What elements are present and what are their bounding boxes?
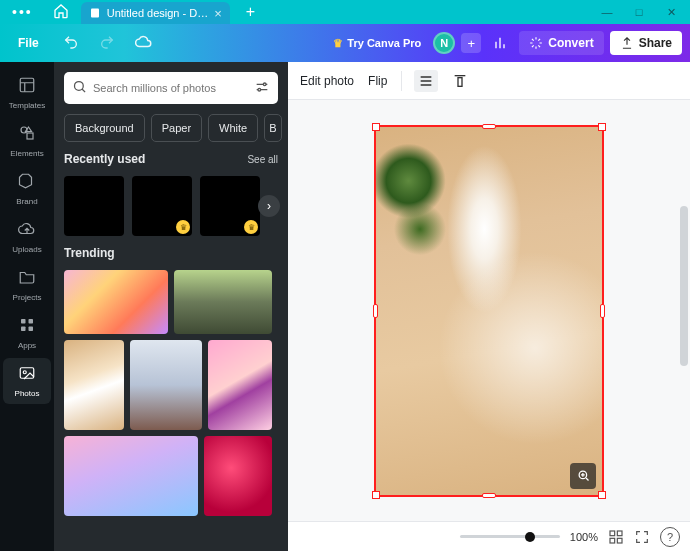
trending-thumb[interactable] [174,270,272,334]
scrollbar-thumb[interactable] [680,206,688,366]
resize-handle[interactable] [598,491,606,499]
redo-button[interactable] [93,28,121,59]
premium-badge-icon: ♛ [176,220,190,234]
trending-thumb[interactable] [208,340,272,430]
rail-apps[interactable]: Apps [3,310,51,356]
resize-handle[interactable] [600,304,605,318]
zoom-slider[interactable] [460,535,560,538]
trending-heading: Trending [64,246,115,260]
svg-rect-3 [27,133,33,139]
document-tab[interactable]: Untitled design - D… × [81,2,230,24]
photos-panel: Background Paper White B Recently used S… [54,62,288,551]
see-all-link[interactable]: See all [247,154,278,165]
svg-rect-7 [29,327,34,332]
projects-icon [18,268,36,290]
recent-thumb[interactable]: ♛ [132,176,192,236]
flip-button[interactable]: Flip [366,70,389,92]
svg-point-12 [258,88,261,91]
rail-templates[interactable]: Templates [3,70,51,116]
resize-handle[interactable] [372,491,380,499]
recent-row: ♛ ♛ › [64,176,278,236]
window-maximize-button[interactable]: □ [624,2,654,22]
try-pro-button[interactable]: ♛ Try Canva Pro [327,33,427,54]
trending-thumb[interactable] [64,436,198,516]
chip-paper[interactable]: Paper [151,114,202,142]
resize-handle[interactable] [372,123,380,131]
selection-frame [374,125,604,497]
recent-thumb[interactable] [64,176,124,236]
svg-rect-5 [29,319,34,324]
svg-point-9 [23,371,26,374]
chip-white[interactable]: White [208,114,258,142]
trending-thumb[interactable] [204,436,272,516]
canvas-stage[interactable] [288,100,690,521]
uploads-icon [18,220,36,242]
svg-rect-13 [458,77,462,86]
resize-handle[interactable] [373,304,378,318]
convert-button[interactable]: Convert [519,31,603,55]
invite-button[interactable]: + [461,33,481,53]
photos-icon [18,364,36,386]
cloud-status-icon[interactable] [129,27,159,60]
align-top-button[interactable] [448,70,472,92]
elements-icon [18,124,36,146]
page[interactable] [374,125,604,497]
canvas-area: Edit photo Flip [288,62,690,551]
recently-used-heading: Recently used [64,152,145,166]
context-toolbar: Edit photo Flip [288,62,690,100]
premium-badge-icon: ♛ [244,220,258,234]
user-avatar[interactable]: N [433,32,455,54]
trending-thumb[interactable] [130,340,202,430]
zoom-knob[interactable] [525,532,535,542]
resize-handle[interactable] [598,123,606,131]
scroll-right-button[interactable]: › [258,195,280,217]
chip-more[interactable]: B [264,114,281,142]
search-bar[interactable] [64,72,278,104]
svg-rect-16 [617,531,622,536]
crown-icon: ♛ [333,37,343,50]
svg-rect-17 [610,538,615,543]
home-button[interactable] [47,3,75,22]
undo-button[interactable] [57,28,85,59]
insights-button[interactable] [487,30,513,56]
title-bar: ••• Untitled design - D… × + — □ ✕ [0,0,690,24]
edit-photo-button[interactable]: Edit photo [298,70,356,92]
trending-thumb[interactable] [64,340,124,430]
search-input[interactable] [93,82,248,94]
vertical-scrollbar[interactable] [680,106,688,515]
trending-thumb[interactable] [64,270,168,334]
sparkle-icon [529,36,543,50]
filter-sliders-icon[interactable] [254,79,270,98]
window-minimize-button[interactable]: — [592,2,622,22]
recent-thumb[interactable]: ♛ [200,176,260,236]
resize-handle[interactable] [482,493,496,498]
svg-point-11 [263,83,266,86]
zoom-level[interactable]: 100% [570,531,598,543]
rail-projects[interactable]: Projects [3,262,51,308]
help-button[interactable]: ? [660,527,680,547]
new-tab-button[interactable]: + [236,3,265,21]
rail-brand[interactable]: Brand [3,166,51,212]
rail-uploads[interactable]: Uploads [3,214,51,260]
upload-icon [620,36,634,50]
grid-view-button[interactable] [608,529,624,545]
svg-rect-6 [21,327,26,332]
chip-background[interactable]: Background [64,114,145,142]
rail-elements[interactable]: Elements [3,118,51,164]
svg-rect-1 [20,78,34,92]
side-rail: Templates Elements Brand Uploads Project… [0,62,54,551]
svg-rect-15 [610,531,615,536]
menu-dots-button[interactable]: ••• [4,4,41,20]
rail-photos[interactable]: Photos [3,358,51,404]
share-button[interactable]: Share [610,31,682,55]
close-tab-button[interactable]: × [214,6,222,21]
fullscreen-button[interactable] [634,529,650,545]
align-list-button[interactable] [414,70,438,92]
templates-icon [18,76,36,98]
resize-handle[interactable] [482,124,496,129]
trending-grid [64,270,278,516]
apps-icon [18,316,36,338]
file-menu-button[interactable]: File [8,30,49,56]
window-close-button[interactable]: ✕ [656,2,686,22]
search-icon [72,79,87,97]
